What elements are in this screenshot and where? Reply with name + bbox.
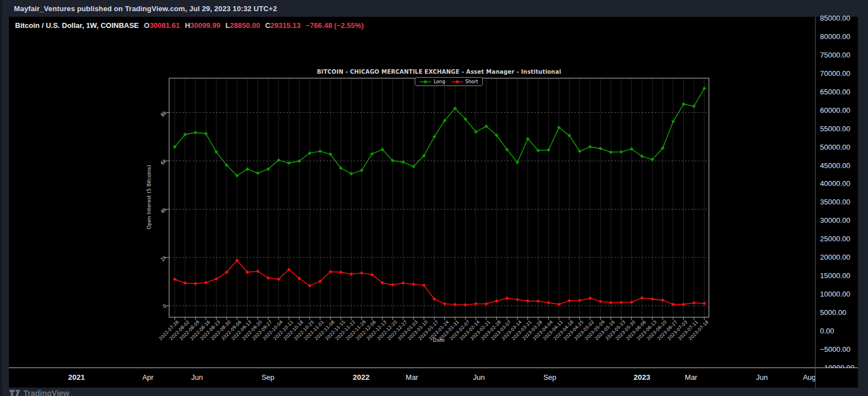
data-point-short [401,282,405,285]
data-point-short [453,303,457,307]
time-scale-label: Jun [179,373,215,381]
tradingview-logo[interactable]: TradingView [9,389,69,396]
price-scale-label: 50000.00 [820,143,850,151]
data-point-short [173,278,177,282]
attribution-text: Mayfair_Ventures published on TradingVie… [14,4,277,13]
data-point-short [412,283,416,287]
low-value: 28850.00 [230,21,260,30]
price-scale-label: 80000.00 [820,32,850,41]
data-point-short [609,301,613,305]
data-point-short [464,303,468,307]
price-scale-label: 70000.00 [820,69,850,78]
plot-legend: LongShort [415,77,483,86]
data-point-short [349,273,353,276]
series-line-short [175,260,704,305]
price-scale-label: 10000.00 [820,290,850,298]
close-value: 29315.13 [270,21,300,30]
time-scale-label: Jun [744,373,780,381]
data-point-short [588,297,592,300]
time-scale-label: Aug [792,373,827,381]
price-scale-label: 0.00 [820,327,834,335]
price-scale-label: 45000.00 [820,161,850,170]
time-scale-label: Sep [250,373,286,381]
price-scale-label: 30000.00 [820,216,850,225]
open-value: 30081.61 [150,21,180,30]
data-point-short [557,303,561,307]
data-point-short [568,299,572,303]
price-scale-label: 85000.00 [820,14,850,22]
data-point-short [578,299,582,303]
price-scale-label: 35000.00 [820,198,850,206]
published-chart-page: Mayfair_Ventures published on TradingVie… [0,0,868,396]
data-point-long [349,172,353,176]
symbol-title: Bitcoin / U.S. Dollar, 1W, COINBASE [15,21,139,30]
data-point-short [194,282,198,285]
data-point-short [495,299,498,303]
time-scale-label: Mar [673,373,709,381]
data-point-short [661,298,665,302]
legend-label: Short [466,79,478,84]
chart-canvas[interactable]: Bitcoin / U.S. Dollar, 1W, COINBASE O 30… [9,17,858,388]
data-point-long [256,171,260,175]
legend-marker-icon [420,79,431,84]
data-point-short [474,302,478,306]
data-point-short [546,301,550,305]
close-label: C [265,21,270,30]
data-point-long [318,149,322,153]
price-scale-label: 65000.00 [820,88,850,96]
price-scale-label: 15000.00 [820,271,850,280]
price-scale-label: −5000.00 [820,345,851,354]
data-point-long [287,161,291,165]
open-label: O [144,21,150,30]
tradingview-logo-text: TradingView [23,389,69,396]
data-point-short [443,302,447,306]
legend-label: Long [434,79,445,84]
price-scale-label: 40000.00 [820,179,850,188]
data-point-long [194,131,198,135]
data-point-long [702,87,706,90]
tradingview-logo-icon [9,389,20,396]
data-point-short [526,299,530,303]
data-point-long [204,132,208,136]
data-point-short [692,301,696,305]
data-point-short [598,299,602,303]
data-point-short [516,298,520,302]
high-value: 30099.99 [190,21,220,30]
data-point-short [360,271,364,275]
data-point-short [640,296,644,300]
time-scale[interactable]: 2021AprJunSep2022MarJunSep2023MarJunAug [9,368,858,388]
price-scale-label: 5000.00 [820,308,846,317]
data-point-short [505,297,509,300]
data-point-long [692,104,696,108]
price-scale-label: 25000.00 [820,235,850,243]
low-label: L [226,21,230,30]
price-scale-label: 75000.00 [820,51,850,59]
data-point-short [339,270,343,274]
data-point-short [650,297,654,301]
plot-area [164,73,716,324]
data-point-short [630,300,634,304]
time-scale-label-year: 2021 [59,373,94,381]
time-scale-label: Jun [461,373,497,381]
data-point-long [546,148,550,152]
data-point-long [598,147,602,151]
plot-frame [169,78,709,317]
series-line-long [175,88,704,175]
data-point-short [536,299,540,303]
data-point-short [204,281,208,285]
change-value: −766.48 (−2.55%) [306,21,364,30]
time-scale-label: Apr [130,373,166,381]
time-scale-label: Mar [394,373,430,381]
legend-item-short: Short [452,79,478,84]
attribution-bar: Mayfair_Ventures published on TradingVie… [14,0,277,17]
legend-marker-icon [452,79,463,84]
data-point-short [485,302,488,306]
data-point-long [620,150,624,154]
data-point-long [609,150,613,154]
page-edge-strip [0,0,2,396]
price-scale-label: 20000.00 [820,253,850,261]
data-point-short [391,283,395,287]
symbol-legend-row: Bitcoin / U.S. Dollar, 1W, COINBASE O 30… [15,21,364,30]
data-point-short [183,282,187,285]
price-scale-label: 60000.00 [820,106,850,114]
